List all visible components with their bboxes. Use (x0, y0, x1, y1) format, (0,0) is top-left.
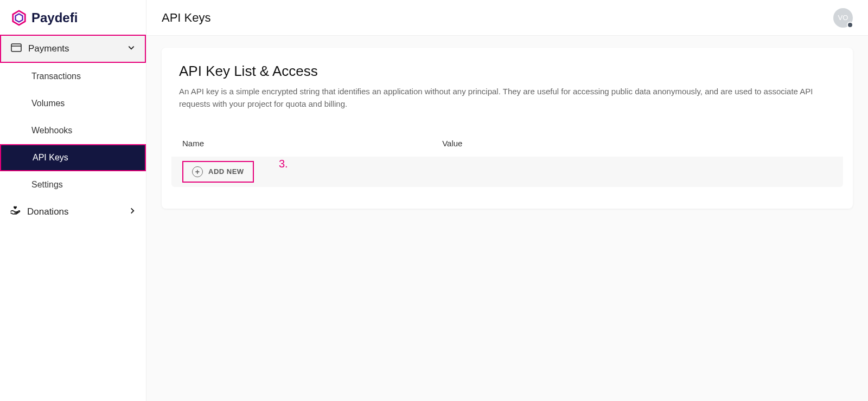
sidebar-group-label: Payments (28, 43, 121, 54)
brand-logo-icon (11, 10, 27, 26)
sidebar-item-label: Volumes (31, 99, 65, 108)
add-new-label: ADD NEW (208, 167, 244, 176)
main-content: API Key List & Access An API key is a si… (146, 36, 868, 401)
sidebar-item-settings[interactable]: Settings (0, 171, 146, 198)
sidebar-item-label: Webhooks (31, 126, 72, 135)
card-icon (11, 43, 22, 54)
sidebar-item-api-keys[interactable]: API Keys (0, 144, 146, 171)
brand-logo[interactable]: Paydefi (0, 0, 146, 35)
sidebar-item-webhooks[interactable]: Webhooks (0, 117, 146, 144)
avatar-initials: VO (838, 14, 848, 22)
api-key-table: Name Value + ADD NEW 3. (171, 130, 843, 187)
sidebar-group-payments[interactable]: Payments (0, 35, 146, 63)
sidebar-item-label: Donations (27, 206, 122, 217)
callout-number-3: 3. (279, 158, 288, 170)
sidebar-item-label: Settings (31, 180, 63, 190)
api-key-card: API Key List & Access An API key is a si… (162, 48, 853, 209)
avatar[interactable]: VO (833, 8, 853, 28)
table-row-add: + ADD NEW 3. (171, 157, 843, 187)
page-title: API Keys (162, 11, 210, 25)
sidebar-item-transactions[interactable]: Transactions (0, 63, 146, 90)
table-header: Name Value (171, 130, 843, 157)
sidebar-item-volumes[interactable]: Volumes (0, 90, 146, 117)
chevron-right-icon (129, 207, 136, 217)
sidebar-group-donations[interactable]: Donations (0, 198, 146, 225)
brand-logo-text: Paydefi (31, 10, 78, 25)
sidebar-item-label: Transactions (31, 72, 81, 81)
chevron-down-icon (127, 44, 135, 54)
card-title: API Key List & Access (179, 63, 835, 80)
donations-icon (10, 206, 21, 218)
sidebar-item-label: API Keys (33, 153, 68, 163)
svg-rect-0 (11, 44, 21, 51)
topbar: API Keys VO (146, 0, 868, 36)
column-header-value: Value (442, 139, 832, 148)
card-description: An API key is a simple encrypted string … (179, 85, 835, 111)
sidebar: Paydefi Payments 1. Transactions Volumes… (0, 0, 146, 401)
add-new-button[interactable]: + ADD NEW (182, 161, 254, 183)
plus-circle-icon: + (192, 166, 203, 177)
column-header-name: Name (182, 139, 442, 148)
